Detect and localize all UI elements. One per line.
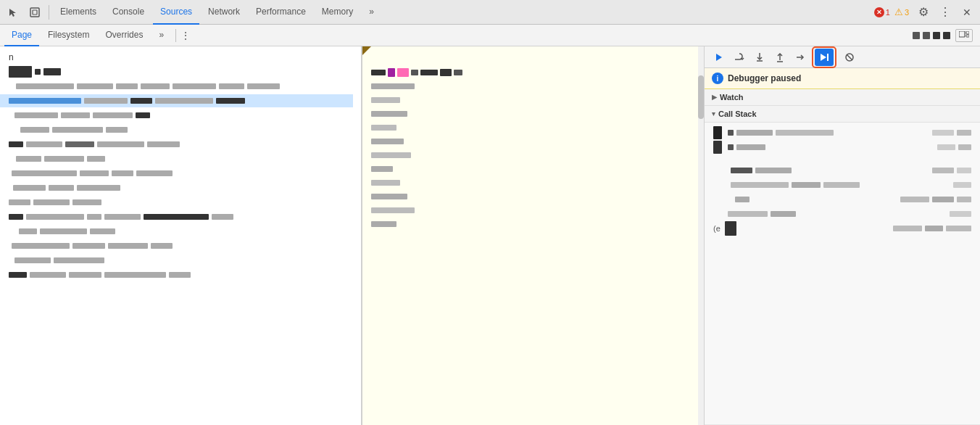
tab-elements[interactable]: Elements xyxy=(53,0,104,25)
sub-divider xyxy=(175,29,176,42)
tab-more[interactable]: » xyxy=(362,0,381,25)
sub-tab-filesystem[interactable]: Filesystem xyxy=(41,25,96,46)
cursor-icon[interactable] xyxy=(3,2,23,22)
stack-frame[interactable] xyxy=(710,178,974,192)
scrollbar[interactable] xyxy=(698,46,704,425)
left-panel: n xyxy=(0,46,362,425)
tab-memory[interactable]: Memory xyxy=(315,0,360,25)
middle-panel[interactable] xyxy=(362,46,705,425)
code-top-text: n xyxy=(9,52,353,65)
watch-arrow-icon: ▶ xyxy=(712,94,717,101)
ed-icon3 xyxy=(933,32,940,39)
settings-button[interactable]: ⚙ xyxy=(913,2,934,22)
code-line xyxy=(9,254,353,267)
svg-rect-1 xyxy=(33,10,37,15)
frame-icon-sm xyxy=(725,221,736,236)
code-line xyxy=(9,123,353,136)
code-line xyxy=(9,210,353,223)
code-line xyxy=(9,239,353,252)
editor-line xyxy=(371,108,695,120)
svg-marker-12 xyxy=(821,54,826,61)
code-line xyxy=(9,152,353,165)
step-out-button[interactable] xyxy=(771,49,789,66)
stack-frame[interactable] xyxy=(710,163,974,178)
watch-label: Watch xyxy=(720,93,744,102)
code-editor-left[interactable]: n xyxy=(0,46,362,425)
panel-divider xyxy=(361,46,362,425)
continue-button[interactable] xyxy=(815,49,834,66)
paused-message-text: Debugger paused xyxy=(728,73,801,83)
stack-frame[interactable] xyxy=(710,140,974,154)
editor-line xyxy=(371,149,695,161)
call-stack-arrow-icon: ▾ xyxy=(712,110,715,117)
step-over-button[interactable] xyxy=(731,49,748,66)
code-line xyxy=(9,80,353,93)
frame-paren: (e xyxy=(713,224,721,233)
editor-line xyxy=(371,67,695,78)
sub-tab-overrides[interactable]: Overrides xyxy=(98,25,150,46)
step-into-button[interactable] xyxy=(751,49,768,66)
svg-line-15 xyxy=(847,54,852,60)
debugger-toolbar xyxy=(705,46,980,68)
multiscreen-btn[interactable] xyxy=(955,29,973,42)
editor-line xyxy=(371,81,695,92)
svg-rect-3 xyxy=(966,31,969,34)
scrollbar-thumb[interactable] xyxy=(698,75,704,119)
code-line xyxy=(9,167,353,180)
layers-icon[interactable] xyxy=(25,2,45,22)
more-button[interactable]: ⋮ xyxy=(935,2,955,22)
code-line xyxy=(9,181,353,194)
editor-line xyxy=(371,177,695,189)
error-icon: ✕ xyxy=(874,7,884,17)
stack-frame[interactable]: (e xyxy=(710,221,974,236)
stack-frame[interactable] xyxy=(710,125,974,140)
svg-rect-13 xyxy=(827,54,829,61)
ed-icon1 xyxy=(913,32,920,39)
editor-line xyxy=(371,122,695,133)
warn-badge[interactable]: ⚠ 3 xyxy=(894,7,909,17)
tab-console[interactable]: Console xyxy=(105,0,151,25)
resume-button[interactable] xyxy=(710,49,728,66)
right-panel: i Debugger paused ▶ Watch ▾ Call Stack xyxy=(705,46,980,425)
highlighted-resume-box xyxy=(812,46,836,68)
highlighted-code-line xyxy=(0,94,353,107)
editor-line xyxy=(371,218,695,230)
code-line xyxy=(9,225,353,238)
stack-frame[interactable] xyxy=(710,192,974,207)
close-button[interactable]: ✕ xyxy=(957,2,977,22)
divider xyxy=(49,5,49,20)
ed-icon4 xyxy=(943,32,950,39)
editor-line xyxy=(371,136,695,147)
main-area: n xyxy=(0,46,980,425)
code-line xyxy=(9,196,353,209)
tab-network[interactable]: Network xyxy=(201,0,247,25)
call-stack-section-header[interactable]: ▾ Call Stack xyxy=(705,106,980,123)
badge-area: ✕ 1 ⚠ 3 xyxy=(874,7,909,17)
editor-line xyxy=(371,94,695,106)
code-editor-main[interactable] xyxy=(362,46,704,425)
frame-icon xyxy=(713,141,722,154)
tab-performance[interactable]: Performance xyxy=(249,0,313,25)
stack-frame[interactable] xyxy=(710,207,974,221)
stack-spacer xyxy=(710,154,974,163)
debugger-paused-banner: i Debugger paused xyxy=(705,68,980,89)
editor-toolbar xyxy=(912,29,976,42)
code-line xyxy=(9,268,353,281)
warn-icon: ⚠ xyxy=(894,7,903,17)
svg-rect-0 xyxy=(30,8,39,17)
tab-sources[interactable]: Sources xyxy=(153,0,199,25)
sub-tab-more[interactable]: » xyxy=(151,25,171,46)
error-badge[interactable]: ✕ 1 xyxy=(874,7,890,17)
sub-tab-page[interactable]: Page xyxy=(4,25,39,46)
watch-section-header[interactable]: ▶ Watch xyxy=(705,89,980,106)
code-line xyxy=(9,138,353,151)
ed-icon2 xyxy=(923,32,930,39)
editor-line xyxy=(371,163,695,175)
code-line xyxy=(9,109,353,122)
deactivate-button[interactable] xyxy=(841,49,858,66)
sub-more-icon[interactable]: ⋮ xyxy=(180,30,191,41)
svg-rect-4 xyxy=(966,35,969,37)
step-button[interactable] xyxy=(792,49,809,66)
editor-line xyxy=(371,191,695,202)
svg-rect-2 xyxy=(959,31,965,37)
